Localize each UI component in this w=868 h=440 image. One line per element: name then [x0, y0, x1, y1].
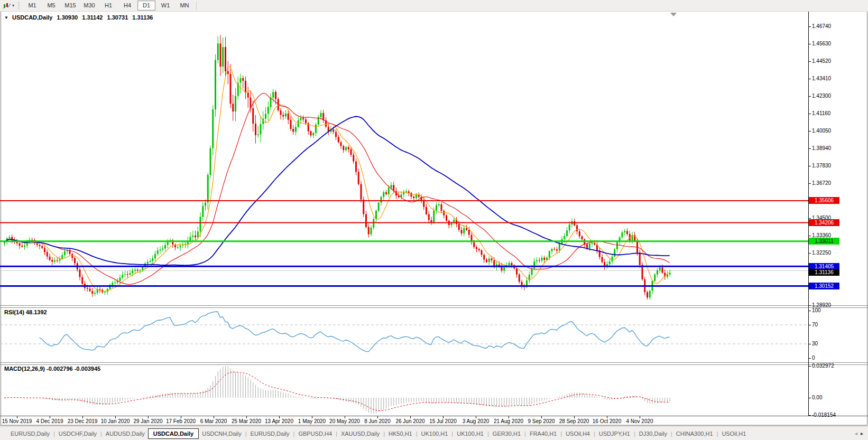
date-axis-label: 16 Oct 2020	[593, 418, 621, 425]
price-axis-label: 1.45630	[812, 41, 831, 47]
chart-tab-uk100-h1[interactable]: UK100,H1	[418, 429, 451, 438]
timeframe-button-m30[interactable]: M30	[80, 1, 98, 11]
timeframe-button-h1[interactable]: H1	[99, 1, 117, 11]
timeframe-button-w1[interactable]: W1	[156, 1, 174, 11]
date-axis-label: 6 Mar 2020	[200, 418, 227, 425]
rsi-axis-label: 30	[812, 341, 818, 347]
chart-tab-eurusd-daily[interactable]: EURUSD,Daily	[7, 429, 53, 438]
date-axis-label: 17 Feb 2020	[166, 418, 196, 425]
chart-mode-dropdown-icon[interactable]: ▾	[12, 3, 14, 8]
chart-tab-xauusd-daily[interactable]: XAUUSD,Daily	[338, 429, 383, 438]
chart-tab-uk100-h1[interactable]: UK100,H1	[454, 429, 487, 438]
date-axis-label: 9 Sep 2020	[528, 418, 555, 425]
date-axis-label: 21 Aug 2020	[494, 418, 523, 425]
timeframe-button-mn[interactable]: MN	[176, 1, 193, 11]
chart-shift-marker-icon[interactable]	[670, 13, 677, 16]
ma-slow-line	[4, 117, 670, 266]
date-axis-label: 15 Jul 2020	[429, 418, 457, 425]
price-axis-label: 1.40050	[812, 128, 831, 134]
chart-tab-usdcnh-daily[interactable]: USDCNH,Daily	[199, 429, 245, 438]
date-axis-label: 20 May 2020	[329, 418, 360, 425]
tab-scroll-left-icon[interactable]: ◂	[853, 430, 859, 436]
macd-panel	[4, 366, 670, 414]
ohlc-close: 1.31136	[132, 14, 153, 21]
date-axis-label: 4 Dec 2019	[36, 418, 63, 425]
price-axis-label: 1.41160	[812, 110, 830, 117]
ohlc-open: 1.30930	[57, 14, 78, 21]
rsi-panel	[0, 312, 808, 352]
price-level-badge-1.33011: 1.33011	[809, 238, 839, 245]
timeframe-button-h4[interactable]: H4	[118, 1, 136, 11]
chart-symbol-period: USDCAD,Daily	[12, 14, 52, 21]
chart-tab-usdjpy-h1[interactable]: USDJPY,H1	[596, 429, 633, 438]
price-axis-label: 1.46740	[812, 23, 831, 30]
chart-title: ▼ USDCAD,Daily 1.30930 1.31142 1.30731 1…	[4, 14, 155, 21]
ohlc-high: 1.31142	[82, 14, 103, 21]
horizontal-level-lines	[0, 201, 808, 286]
chart-tab-usoil-h4[interactable]: USOil,H4	[562, 429, 593, 438]
rsi-axis-label: 100	[812, 307, 821, 314]
date-axis-label: 25 Mar 2020	[232, 418, 261, 425]
tab-scroll-right-icon[interactable]: ▸	[859, 430, 865, 436]
date-axis-label: 29 Jan 2020	[133, 418, 162, 425]
timeframe-buttons: M1M5M15M30H1H4D1W1MN	[23, 1, 194, 11]
macd-axis-label: 0.00	[812, 395, 822, 401]
ma-fast-line	[4, 67, 670, 292]
chart-tab-audusd-daily[interactable]: AUDUSD,Daily	[103, 429, 148, 438]
tab-scroll-controls: ◂ ▸	[853, 430, 868, 436]
macd-axis-label: -0.018154	[812, 412, 836, 418]
chart-tab-ger30-h1[interactable]: GER30,H1	[490, 429, 524, 438]
chart-tab-usdchf-daily[interactable]: USDCHF,Daily	[56, 429, 100, 438]
chart-tab-usoil-h1[interactable]: USOil,H1	[718, 429, 749, 438]
timeframe-button-m1[interactable]: M1	[23, 1, 41, 11]
date-axis-label: 28 Sep 2020	[559, 418, 589, 425]
date-axis-label: 8 Jun 2020	[364, 418, 391, 425]
macd-indicator-label: MACD(12,26,9) -0.002796 -0.003945	[4, 366, 100, 372]
timeframe-button-m15[interactable]: M15	[61, 1, 79, 11]
toolbar-separator	[196, 2, 197, 10]
chart-tabs: EURUSD,Daily|USDCHF,Daily|AUDUSD,DailyUS…	[0, 428, 749, 439]
price-axis-label: 1.42300	[812, 93, 831, 99]
date-axis-label: 13 Apr 2020	[265, 418, 293, 425]
ohlc-low: 1.30731	[107, 14, 128, 21]
date-axis-label: 1 May 2020	[298, 418, 326, 425]
macd-axis-label: 0.032972	[812, 363, 834, 369]
price-axis-label: 1.37830	[812, 163, 831, 169]
price-axis-label: 1.38940	[812, 145, 831, 152]
rsi-indicator-label: RSI(14) 48.1392	[4, 309, 47, 315]
chart-tab-hk50-h1[interactable]: HK50,H1	[385, 429, 415, 438]
date-axis-label: 3 Aug 2020	[463, 418, 490, 425]
date-axis-label: 10 Jan 2020	[100, 418, 130, 425]
price-level-badge-1.30152: 1.30152	[809, 283, 839, 289]
date-axis-label: 26 Jun 2020	[395, 418, 424, 425]
price-level-badge-1.31136: 1.31136	[809, 269, 839, 276]
price-level-badge-1.35606: 1.35606	[809, 197, 839, 204]
price-axis-label: 1.44520	[812, 58, 831, 64]
chart-mode-icon[interactable]	[2, 2, 12, 10]
chart-tab-bar: EURUSD,Daily|USDCHF,Daily|AUDUSD,DailyUS…	[0, 426, 868, 440]
chart-canvas[interactable]	[0, 0, 868, 440]
price-axis-label: 1.36720	[812, 180, 831, 186]
chart-title-collapse-icon[interactable]: ▼	[4, 15, 8, 20]
chart-tab-dj30-daily[interactable]: DJ30,Daily	[636, 429, 670, 438]
date-axis-label: 23 Dec 2019	[68, 418, 98, 425]
chart-tab-eurusd-daily[interactable]: EURUSD,Daily	[247, 429, 293, 438]
rsi-axis-label: 70	[812, 322, 818, 328]
ma-medium-line	[4, 93, 670, 285]
price-axis-label: 1.43410	[812, 76, 831, 82]
timeframe-button-m5[interactable]: M5	[42, 1, 60, 11]
macd-signal-line	[4, 372, 670, 410]
rsi-axis-label: 0	[812, 355, 815, 361]
chart-tab-china300-h1[interactable]: CHINA300,H1	[673, 429, 716, 438]
chart-tab-usdcad-daily[interactable]: USDCAD,Daily	[148, 428, 199, 439]
price-level-badge-1.34206: 1.34206	[809, 219, 839, 226]
trading-terminal: { "toolbar": { "timeframes": ["M1","M5",…	[0, 0, 868, 440]
date-axis-label: 15 Nov 2019	[2, 418, 32, 425]
timeframe-button-d1[interactable]: D1	[137, 1, 155, 11]
timeframe-toolbar: ▾ M1M5M15M30H1H4D1W1MN	[0, 0, 868, 12]
date-axis-label: 4 Nov 2020	[626, 418, 653, 425]
chart-tab-fra40-h1[interactable]: FRA40,H1	[527, 429, 560, 438]
toolbar-grip[interactable]	[18, 2, 20, 10]
chart-tab-gbpusd-h4[interactable]: GBPUSD,H4	[295, 429, 335, 438]
rsi-line	[40, 312, 670, 352]
